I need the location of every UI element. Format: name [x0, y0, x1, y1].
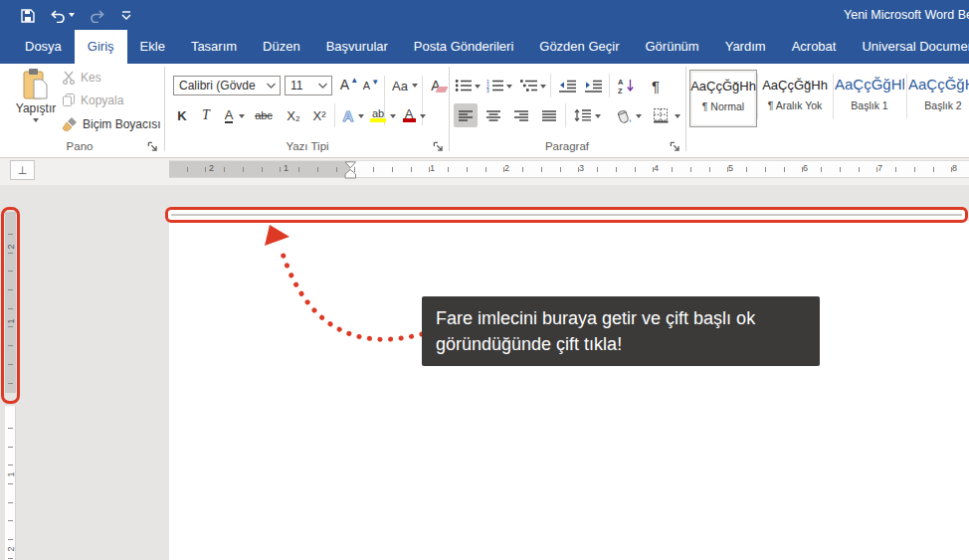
clipboard-group-label: Pano: [0, 140, 159, 152]
superscript-button[interactable]: X²: [307, 103, 331, 127]
format-painter-icon: [62, 116, 78, 132]
align-center-button[interactable]: [482, 103, 505, 127]
tab-ekle[interactable]: Ekle: [127, 30, 178, 64]
grow-font-button[interactable]: A ▲: [338, 74, 360, 95]
font-group-label: Yazı Tipi: [166, 140, 449, 152]
tab-stop-icon: ⊥: [18, 164, 28, 177]
divider: [609, 74, 610, 97]
undo-icon[interactable]: [49, 8, 75, 23]
style-baslik-2[interactable]: AaÇçĞğHh Başlık 2: [908, 70, 969, 125]
divider: [833, 74, 834, 119]
svg-text:3: 3: [486, 88, 489, 93]
style-preview: AaÇçĞğHh: [908, 76, 969, 93]
shading-caret[interactable]: [636, 114, 642, 118]
paragraph-dialog-launcher-icon[interactable]: [669, 140, 681, 153]
paragraph-marks-button[interactable]: ¶: [647, 74, 665, 97]
ruler-number: 3: [579, 163, 584, 173]
tab-duzen[interactable]: Düzen: [250, 30, 313, 64]
line-spacing-button[interactable]: [571, 103, 595, 127]
align-right-button[interactable]: [509, 103, 533, 127]
increase-indent-button[interactable]: [582, 76, 604, 95]
highlight-caret[interactable]: [390, 114, 396, 118]
underline-button[interactable]: A: [220, 103, 238, 127]
tab-dosya[interactable]: Dosya: [12, 30, 75, 64]
save-icon[interactable]: [20, 8, 35, 23]
paste-dropdown-caret[interactable]: [33, 118, 39, 122]
multilevel-list-button[interactable]: [518, 76, 540, 95]
text-effects-caret[interactable]: [358, 114, 364, 118]
shrink-font-button[interactable]: A ▼: [361, 76, 381, 95]
font-color-caret[interactable]: [420, 114, 426, 118]
subscript-button[interactable]: X₂: [282, 103, 305, 127]
svg-text:Z: Z: [618, 87, 623, 94]
chevron-down-icon[interactable]: [317, 83, 328, 90]
pilcrow-icon: ¶: [652, 78, 660, 94]
customize-qat-icon[interactable]: [120, 10, 132, 21]
chevron-down-icon[interactable]: [266, 83, 277, 90]
change-case-button[interactable]: Aa: [389, 75, 421, 96]
highlight-color-button[interactable]: ab: [368, 101, 388, 125]
ruler-number: 2: [209, 163, 214, 173]
numbering-button[interactable]: 1 2 3: [485, 76, 505, 95]
numbering-caret[interactable]: [506, 85, 512, 89]
style-name: Başlık 2: [908, 99, 969, 111]
clipboard-dialog-launcher-icon[interactable]: [146, 140, 159, 153]
align-center-icon: [485, 109, 501, 122]
font-size-combobox[interactable]: 11: [285, 76, 332, 95]
italic-button[interactable]: T: [196, 103, 216, 127]
strikethrough-label: abc: [255, 109, 273, 121]
indent-markers[interactable]: [344, 161, 357, 179]
tab-tasarim[interactable]: Tasarım: [178, 30, 250, 64]
style-preview: AaÇçĞğHh: [759, 78, 831, 93]
quick-access-toolbar: [20, 0, 132, 30]
bullets-caret[interactable]: [475, 85, 481, 89]
tab-acrobat[interactable]: Acrobat: [779, 30, 850, 64]
multilevel-list-caret[interactable]: [540, 85, 546, 89]
text-effects-button[interactable]: A: [339, 103, 357, 127]
sort-button[interactable]: A Z: [615, 74, 637, 97]
vertical-ruler[interactable]: 1 2: [5, 406, 16, 560]
borders-button[interactable]: [649, 103, 673, 127]
style-normal[interactable]: AaÇçĞğHh ¶ Normal: [689, 70, 757, 127]
tab-universal-document-converter[interactable]: Universal Document Converter: [849, 30, 969, 64]
justify-button[interactable]: [537, 103, 561, 127]
tab-stop-selector[interactable]: ⊥: [10, 160, 35, 180]
tab-gorunum[interactable]: Görünüm: [632, 30, 711, 64]
font-name-combobox[interactable]: Calibri (Gövde: [173, 76, 281, 95]
shading-button[interactable]: [611, 103, 635, 127]
ruler-number: 2: [504, 163, 509, 173]
borders-caret[interactable]: [675, 114, 680, 118]
document-area: 2 1 1 2 Fare imlecini buraya getir ve çi…: [0, 185, 969, 560]
format-painter-button[interactable]: Biçim Boyacısı: [62, 116, 161, 132]
undo-dropdown-caret[interactable]: [69, 13, 75, 17]
bold-button[interactable]: K: [171, 103, 193, 127]
horizontal-ruler[interactable]: 2 1 1 2 3 4 5 6 7 8: [169, 160, 969, 178]
grow-font-label: A: [340, 77, 349, 93]
align-left-button[interactable]: [454, 103, 478, 127]
font-dialog-launcher-icon[interactable]: [432, 140, 445, 153]
copy-icon: [62, 93, 76, 107]
borders-icon: [653, 107, 670, 123]
ribbon: Yapıştır Kes Kopyala Biçim Boyacısı: [0, 64, 969, 157]
style-baslik-1[interactable]: AaÇçĞğHh Başlık 1: [835, 70, 904, 125]
font-color-button[interactable]: A: [400, 101, 418, 125]
strikethrough-button[interactable]: abc: [250, 103, 278, 127]
style-aralik-yok[interactable]: AaÇçĞğHh ¶ Aralık Yok: [759, 70, 831, 125]
subscript-label: X₂: [287, 108, 300, 123]
decrease-indent-button[interactable]: [556, 76, 578, 95]
document-page[interactable]: [169, 221, 969, 560]
paste-button[interactable]: Yapıştır: [12, 68, 60, 137]
bullets-button[interactable]: [454, 76, 474, 95]
clear-formatting-button[interactable]: A: [427, 74, 451, 97]
line-spacing-caret[interactable]: [595, 114, 601, 118]
ruler-number: 6: [803, 163, 808, 173]
tab-basvurular[interactable]: Başvurular: [313, 30, 401, 64]
tab-giris[interactable]: Giriş: [75, 30, 127, 64]
style-preview: AaÇçĞğHh: [690, 79, 756, 93]
group-separator: [685, 67, 686, 151]
tab-yardim[interactable]: Yardım: [712, 30, 779, 64]
underline-caret[interactable]: [239, 114, 245, 118]
tab-gozden-gecir[interactable]: Gözden Geçir: [526, 30, 632, 64]
tab-posta-gonderileri[interactable]: Posta Gönderileri: [401, 30, 526, 64]
bold-label: K: [177, 108, 186, 123]
